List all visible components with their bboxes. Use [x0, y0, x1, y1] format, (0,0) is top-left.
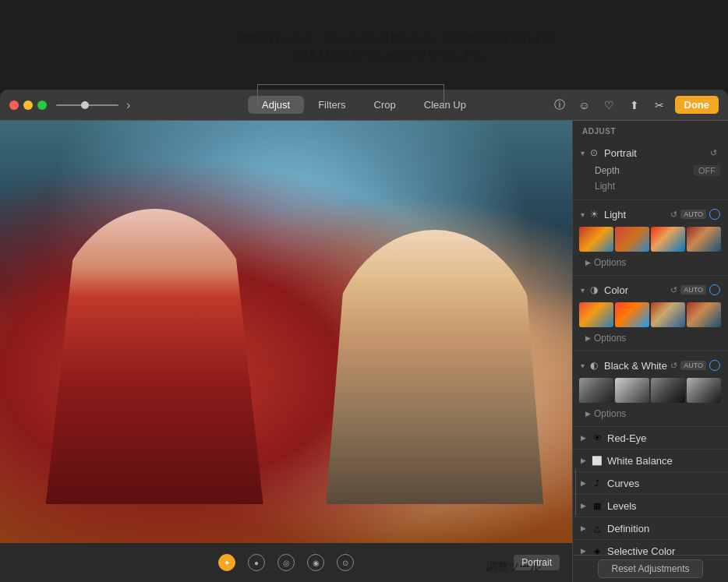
light-thumb-4[interactable]	[687, 227, 721, 252]
curves-icon: ⤴	[591, 477, 603, 489]
reset-adjustments-button[interactable]: Reset Adjustments	[598, 559, 702, 578]
bw-icon: ◐	[588, 359, 600, 372]
color-thumbnails	[573, 299, 728, 330]
bw-thumbnails	[573, 375, 728, 406]
color-thumb-1[interactable]	[579, 302, 613, 327]
color-title: Color	[604, 284, 670, 296]
bw-toggle[interactable]	[709, 360, 720, 371]
red-eye-label: Red-Eye	[607, 432, 647, 444]
view-icon-3[interactable]: ◎	[277, 554, 295, 571]
slider-thumb	[81, 101, 89, 109]
edit-icon[interactable]: ✂	[650, 96, 669, 115]
light-reset-icon[interactable]: ↺	[670, 210, 677, 220]
section-bw: ▾ ◐ Black & White ↺ AUTO ▶ Options	[573, 351, 728, 427]
curves-chevron-icon: ▶	[581, 479, 586, 487]
tooltip-text: 調整を行ったり、フィルタを適用したり、写真の切り取りおよび傾き補正を行うときにク…	[234, 30, 557, 65]
view-icon-4[interactable]: ◉	[307, 554, 324, 571]
minimize-button[interactable]	[23, 101, 33, 110]
bw-thumb-2[interactable]	[615, 378, 649, 403]
white-balance-item[interactable]: ▶ ⬜ White Balance	[573, 450, 728, 472]
portrait-reset-icon[interactable]: ↺	[710, 148, 717, 158]
bw-reset-icon[interactable]: ↺	[670, 361, 677, 371]
view-icon-2[interactable]: ●	[248, 554, 265, 571]
sidebar-header: ADJUST	[573, 121, 728, 139]
bw-thumb-4[interactable]	[687, 378, 721, 403]
share-icon[interactable]: ⬆	[625, 96, 644, 115]
annotation-line	[575, 469, 576, 516]
color-header[interactable]: ▾ ◑ Color ↺ AUTO	[573, 280, 728, 299]
light-options-label: Options	[594, 257, 626, 268]
light-thumb-3[interactable]	[651, 227, 685, 252]
bw-options-label: Options	[594, 408, 626, 419]
depth-value: OFF	[694, 165, 720, 176]
color-thumb-4[interactable]	[687, 302, 721, 327]
color-toggle[interactable]	[709, 284, 720, 295]
levels-label: Levels	[607, 500, 637, 512]
view-icon-5[interactable]: ⊙	[337, 554, 354, 571]
white-balance-chevron-icon: ▶	[581, 457, 586, 464]
photo-placeholder: ✦ ● ◎ ◉ ⊙ Portrait	[0, 121, 572, 582]
reset-bar: Reset Adjustments	[573, 555, 728, 582]
view-icon-1[interactable]: ✦	[218, 554, 235, 571]
info-icon[interactable]: ⓘ	[550, 96, 569, 115]
photo-background	[0, 121, 572, 543]
light-header[interactable]: ▾ ☀ Light ↺ AUTO	[573, 205, 728, 224]
color-options[interactable]: ▶ Options	[573, 330, 728, 346]
light-options-chevron-icon: ▶	[585, 259, 591, 266]
light-thumb-1[interactable]	[579, 227, 613, 252]
levels-item[interactable]: ▶ ▦ Levels	[573, 495, 728, 517]
photo-area: ✦ ● ◎ ◉ ⊙ Portrait	[0, 121, 572, 582]
depth-row: Depth OFF	[573, 162, 728, 179]
close-button[interactable]	[9, 101, 19, 110]
portrait-header[interactable]: ▾ ⊙ Portrait ↺	[573, 143, 728, 162]
definition-label: Definition	[607, 523, 649, 534]
color-options-chevron-icon: ▶	[585, 334, 591, 342]
red-eye-chevron-icon: ▶	[581, 434, 586, 442]
section-portrait: ▾ ⊙ Portrait ↺ Depth OFF Light	[573, 139, 728, 200]
color-auto-badge[interactable]: AUTO	[680, 285, 706, 295]
levels-chevron-icon: ▶	[581, 502, 586, 510]
forward-icon[interactable]: ›	[126, 98, 130, 112]
definition-chevron-icon: ▶	[581, 524, 586, 532]
bw-header[interactable]: ▾ ◐ Black & White ↺ AUTO	[573, 356, 728, 375]
section-color: ▾ ◑ Color ↺ AUTO ▶ Options	[573, 276, 728, 351]
slider-track	[56, 104, 118, 106]
bw-options[interactable]: ▶ Options	[573, 406, 728, 422]
bw-thumb-1[interactable]	[579, 378, 613, 403]
color-options-label: Options	[594, 333, 626, 344]
light-toggle[interactable]	[709, 209, 720, 220]
definition-item[interactable]: ▶ △ Definition	[573, 517, 728, 540]
bw-thumb-3[interactable]	[651, 378, 685, 403]
portrait-icon: ⊙	[588, 146, 600, 159]
bw-title: Black & White	[604, 360, 670, 372]
curves-item[interactable]: ▶ ⤴ Curves	[573, 472, 728, 495]
light-thumbnails	[573, 224, 728, 255]
heart-icon[interactable]: ♡	[600, 96, 619, 115]
color-thumb-3[interactable]	[651, 302, 685, 327]
red-eye-item[interactable]: ▶ 👁 Red-Eye	[573, 427, 728, 450]
color-thumb-2[interactable]	[615, 302, 649, 327]
sidebar: ADJUST ▾ ⊙ Portrait ↺ Depth OFF Light ▾	[572, 121, 728, 582]
traffic-lights	[9, 101, 47, 110]
light-auto-badge[interactable]: AUTO	[680, 210, 706, 219]
color-reset-icon[interactable]: ↺	[670, 285, 677, 295]
main-window: › Adjust Filters Crop Clean Up ⓘ ☺ ♡ ⬆ ✂…	[0, 90, 728, 582]
light-thumb-2[interactable]	[615, 227, 649, 252]
person-left	[46, 209, 263, 504]
depth-label: Depth	[595, 165, 687, 176]
bracket-decoration	[257, 84, 444, 108]
portrait-chevron-icon: ▾	[581, 149, 585, 157]
bw-auto-badge[interactable]: AUTO	[680, 361, 706, 370]
red-eye-icon: 👁	[591, 432, 603, 444]
zoom-slider[interactable]: ›	[56, 98, 130, 112]
light-options[interactable]: ▶ Options	[573, 255, 728, 270]
done-button[interactable]: Done	[675, 96, 719, 114]
color-icon: ◑	[588, 284, 600, 296]
tooltip-area: 調整を行ったり、フィルタを適用したり、写真の切り取りおよび傾き補正を行うときにク…	[218, 0, 572, 93]
definition-icon: △	[591, 522, 603, 534]
fullscreen-button[interactable]	[37, 101, 47, 110]
bottom-label: 調整ツール	[486, 560, 541, 574]
emoji-icon[interactable]: ☺	[575, 96, 594, 115]
levels-icon: ▦	[591, 499, 603, 512]
bw-chevron-icon: ▾	[581, 362, 585, 370]
